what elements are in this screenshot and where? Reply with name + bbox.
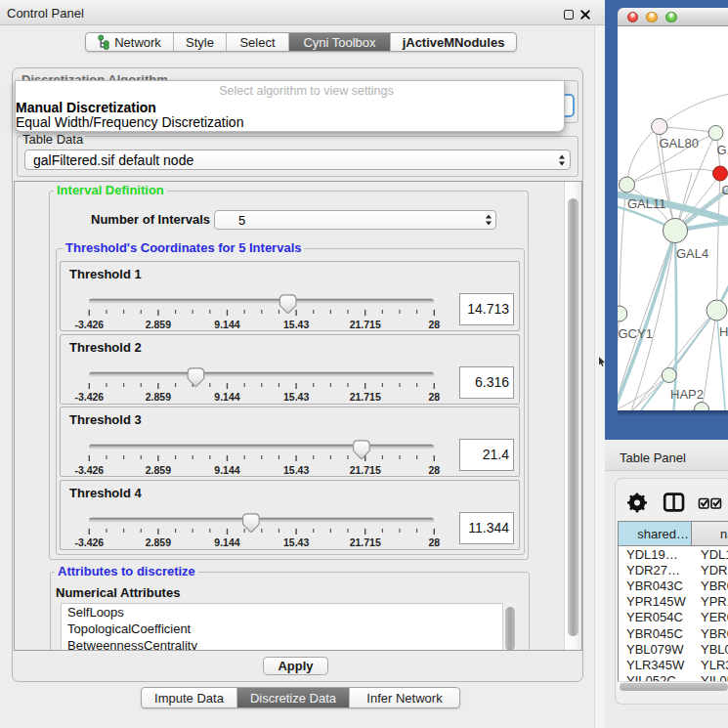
svg-text:C: C [722, 183, 728, 197]
svg-text:GAL80: GAL80 [660, 136, 699, 150]
svg-text:GCY1: GCY1 [619, 326, 653, 341]
svg-text:HAP2: HAP2 [670, 387, 704, 402]
svg-text:GAL4: GAL4 [676, 246, 708, 261]
svg-text:H: H [719, 324, 728, 339]
svg-text:GAL11: GAL11 [627, 196, 666, 211]
svg-text:G.: G. [717, 143, 728, 157]
